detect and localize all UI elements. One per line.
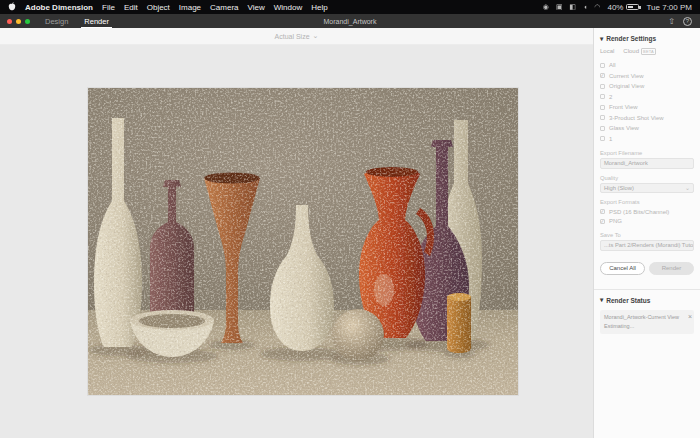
render-job-state: Estimating...	[604, 322, 684, 331]
app-header-bar: Design Render Morandi_Artwork ⇧ ?	[0, 14, 700, 28]
view-row[interactable]: All	[600, 60, 694, 71]
wifi-icon[interactable]: ◠	[594, 0, 600, 14]
battery-icon	[626, 4, 639, 10]
menu-item-window[interactable]: Window	[274, 3, 302, 12]
menu-item-edit[interactable]: Edit	[124, 3, 138, 12]
chevron-down-icon: ⌄	[313, 32, 319, 40]
tab-cloud[interactable]: CloudBETA	[623, 48, 656, 54]
minimize-window-button[interactable]	[16, 19, 21, 24]
zoom-level-control[interactable]: Actual Size	[275, 33, 310, 40]
tab-local[interactable]: Local	[600, 48, 614, 54]
export-filename-label: Export Filename	[600, 150, 694, 156]
zoom-window-button[interactable]	[25, 19, 30, 24]
view-row[interactable]: 2	[600, 92, 694, 103]
render-preview	[88, 88, 518, 395]
display-mirror-icon[interactable]: ▣	[556, 0, 563, 14]
volume-icon[interactable]: ◖	[583, 0, 587, 14]
menu-item-object[interactable]: Object	[147, 3, 170, 12]
menu-item-file[interactable]: File	[102, 3, 115, 12]
checkbox[interactable]	[600, 94, 605, 99]
render-button[interactable]: Render	[649, 262, 694, 275]
checkbox[interactable]	[600, 126, 605, 131]
help-icon[interactable]: ?	[683, 17, 692, 26]
render-status-title: Render Status	[606, 297, 650, 304]
render-settings-title: Render Settings	[606, 35, 656, 42]
chevron-down-icon: ⌄	[685, 184, 690, 191]
menu-item-image[interactable]: Image	[179, 3, 201, 12]
save-to-select[interactable]: ...ts Part 2/Renders (Morandi) Tutorial	[600, 240, 694, 251]
quality-select[interactable]: High (Slow) ⌄	[600, 183, 694, 194]
menu-item-camera[interactable]: Camera	[210, 3, 238, 12]
render-settings-panel: ▾ Render Settings Local CloudBETA All ✓ …	[593, 28, 700, 438]
views-to-render-list: All ✓ Current View Original View 2 Front…	[600, 60, 694, 144]
view-row[interactable]: ✓ Current View	[600, 71, 694, 82]
export-formats-label: Export Formats	[600, 199, 694, 205]
checkbox-checked[interactable]: ✓	[600, 219, 605, 224]
checkbox[interactable]	[600, 84, 605, 89]
adobe-dimension-window: Adobe Dimension File Edit Object Image C…	[0, 0, 700, 438]
view-row[interactable]: Glass View	[600, 123, 694, 134]
render-canvas	[0, 45, 593, 438]
checkbox-checked[interactable]: ✓	[600, 209, 605, 214]
section-chevron-icon: ▾	[600, 296, 603, 304]
beta-badge: BETA	[641, 48, 656, 55]
checkbox[interactable]	[600, 105, 605, 110]
format-row-psd[interactable]: ✓ PSD (16 Bits/Channel)	[600, 207, 694, 217]
apple-menu-icon[interactable]	[8, 2, 16, 13]
menu-item-help[interactable]: Help	[311, 3, 327, 12]
tab-design[interactable]: Design	[37, 14, 76, 28]
panel-divider	[594, 289, 700, 290]
view-row[interactable]: Front View	[600, 102, 694, 113]
close-window-button[interactable]	[7, 19, 12, 24]
menu-item-view[interactable]: View	[248, 3, 265, 12]
battery-indicator[interactable]: 40%	[607, 3, 639, 12]
export-filename-input[interactable]: Morandi_Artwork	[600, 158, 694, 169]
view-toolbar: Actual Size ⌄	[0, 28, 593, 45]
record-icon[interactable]: ◉	[543, 0, 549, 14]
checkbox[interactable]	[600, 136, 605, 141]
cancel-all-button[interactable]: Cancel All	[600, 262, 645, 275]
share-icon[interactable]: ⇧	[668, 17, 675, 26]
render-job-card: Morandi_Artwork-Current View Estimating.…	[600, 310, 694, 335]
render-status-header[interactable]: ▾ Render Status	[600, 295, 694, 306]
keyboard-brightness-icon[interactable]: ◧	[570, 0, 577, 14]
section-chevron-icon: ▾	[600, 35, 603, 43]
checkbox[interactable]	[600, 63, 605, 68]
render-settings-header[interactable]: ▾ Render Settings	[600, 33, 694, 44]
view-row[interactable]: 1	[600, 134, 694, 145]
window-controls	[0, 19, 37, 24]
save-to-label: Save To	[600, 232, 694, 238]
quality-label: Quality	[600, 175, 694, 181]
render-job-name: Morandi_Artwork-Current View	[604, 313, 684, 322]
menu-item-app[interactable]: Adobe Dimension	[25, 3, 93, 12]
menu-bar-clock[interactable]: Tue 7:00 PM	[646, 3, 692, 12]
view-row[interactable]: 3-Product Shot View	[600, 113, 694, 124]
checkbox-checked[interactable]: ✓	[600, 73, 605, 78]
checkbox[interactable]	[600, 115, 605, 120]
macos-menu-bar: Adobe Dimension File Edit Object Image C…	[0, 0, 700, 14]
view-row[interactable]: Original View	[600, 81, 694, 92]
close-icon[interactable]: ×	[688, 311, 692, 323]
format-row-png[interactable]: ✓ PNG	[600, 217, 694, 227]
battery-percent-label: 40%	[607, 3, 623, 12]
tab-render[interactable]: Render	[76, 14, 117, 28]
